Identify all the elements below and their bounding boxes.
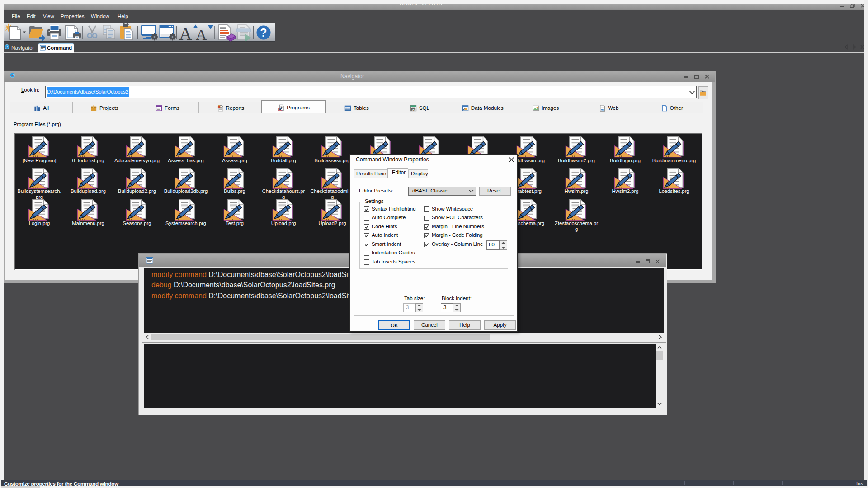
svg-text:?: ? <box>260 26 267 39</box>
svg-text:A: A <box>196 26 207 42</box>
svg-text:A: A <box>179 23 192 42</box>
